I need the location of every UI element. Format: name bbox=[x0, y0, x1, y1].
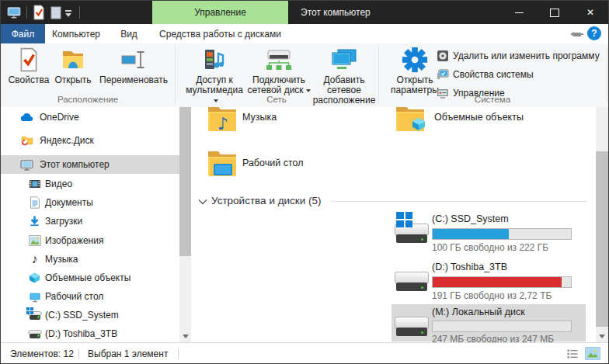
map-network-drive-button[interactable]: Подключить сетевой диск bbox=[246, 46, 311, 95]
help-button[interactable]: ? bbox=[587, 26, 601, 40]
sidebar-item-label: Документы bbox=[45, 197, 93, 208]
sidebar-item-label: OneDrive bbox=[40, 112, 79, 123]
drive-tile-c[interactable]: (C:) SSD_System 100 ГБ свободно из 222 Г… bbox=[392, 210, 586, 249]
documents-icon bbox=[28, 196, 41, 210]
large-icons-view-button[interactable] bbox=[585, 347, 600, 360]
main-scrollbar-down-arrow[interactable] bbox=[596, 330, 608, 342]
rename-icon bbox=[120, 46, 147, 74]
tab-view-label: Вид bbox=[120, 29, 137, 40]
details-view-button[interactable] bbox=[566, 348, 579, 360]
sidebar-item-pictures[interactable]: Изображения bbox=[1, 231, 179, 250]
drive-tile-d[interactable]: (D:) Toshiba_3TB 191 ГБ свободно из 2,72… bbox=[392, 258, 586, 297]
videos-icon bbox=[28, 178, 41, 191]
system-properties-label: Свойства системы bbox=[453, 69, 534, 80]
pictures-icon bbox=[28, 234, 41, 248]
group-label-network: Сеть bbox=[175, 95, 378, 104]
folder-tile-desktop[interactable]: Рабочий стол bbox=[201, 144, 395, 188]
folder-tile-music[interactable]: ♪ Музыка bbox=[201, 107, 395, 143]
3d-objects-icon bbox=[28, 272, 41, 285]
close-icon: ✕ bbox=[586, 7, 594, 18]
ribbon-tab-row: Файл Компьютер Вид Средства работы с дис… bbox=[1, 24, 608, 43]
folder-tile-label: Музыка bbox=[242, 112, 277, 123]
sidebar-item-yandex-disk[interactable]: Яндекс.Диск bbox=[1, 131, 179, 150]
sidebar-item-drive-d[interactable]: (D:) Toshiba_3TB bbox=[1, 324, 179, 343]
tab-view[interactable]: Вид bbox=[107, 24, 151, 43]
group-label-system: Система bbox=[378, 95, 607, 104]
section-chevron-icon[interactable] bbox=[198, 199, 207, 205]
qat-customize-chevron-icon[interactable] bbox=[65, 10, 71, 17]
properties-icon bbox=[19, 46, 39, 74]
drive-free-space: 100 ГБ свободно из 222 ГБ bbox=[432, 242, 548, 253]
3d-objects-folder-icon bbox=[395, 107, 427, 136]
sidebar-item-videos[interactable]: Видео bbox=[1, 175, 179, 193]
sidebar-item-downloads[interactable]: Загрузки bbox=[1, 212, 179, 231]
tab-drive-tools[interactable]: Средства работы с дисками bbox=[152, 24, 288, 43]
tab-computer[interactable]: Компьютер bbox=[45, 24, 107, 43]
minimize-button[interactable] bbox=[501, 1, 537, 24]
folder-tile-label: Рабочий стол bbox=[242, 158, 303, 168]
qat-separator bbox=[79, 6, 80, 19]
sidebar-scrollbar-thumb[interactable] bbox=[179, 107, 191, 256]
open-button[interactable]: Открыть bbox=[52, 46, 94, 85]
svg-text:♪: ♪ bbox=[218, 114, 228, 133]
window-title: Этот компьютер bbox=[301, 7, 371, 18]
properties-button[interactable]: Свойства bbox=[7, 46, 50, 85]
drive-name: (D:) Toshiba_3TB bbox=[432, 262, 507, 272]
sidebar-item-music[interactable]: ♪ Музыка bbox=[1, 250, 179, 269]
properties-label: Свойства bbox=[9, 75, 50, 85]
map-network-drive-icon bbox=[265, 46, 293, 74]
drive-usage-fill bbox=[433, 277, 562, 287]
contextual-tab-manage[interactable]: Управление bbox=[152, 1, 288, 24]
sidebar-item-label: Яндекс.Диск bbox=[40, 135, 94, 146]
system-properties-icon bbox=[436, 68, 449, 81]
status-separator bbox=[78, 348, 79, 359]
drive-tile-m[interactable]: (M:) Локальный диск 247 МБ свободно из 2… bbox=[392, 304, 586, 341]
sidebar-scrollbar-down-arrow[interactable] bbox=[179, 331, 191, 342]
ribbon-separator bbox=[607, 46, 607, 103]
sidebar-item-3d-objects[interactable]: Объемные объекты bbox=[1, 269, 179, 287]
sidebar-item-onedrive[interactable]: OneDrive bbox=[1, 108, 179, 127]
drive-name: (C:) SSD_System bbox=[432, 213, 509, 224]
maximize-button[interactable] bbox=[537, 1, 572, 24]
tab-file[interactable]: Файл bbox=[1, 24, 45, 43]
uninstall-program-icon bbox=[436, 49, 449, 62]
ribbon-pin-icon[interactable] bbox=[570, 32, 583, 36]
yandex-disk-icon bbox=[20, 134, 33, 147]
open-folder-icon bbox=[61, 46, 85, 74]
this-pc-window-icon bbox=[6, 5, 22, 19]
sidebar-item-desktop[interactable]: Рабочий стол bbox=[1, 287, 179, 306]
sidebar-item-documents[interactable]: Документы bbox=[1, 193, 179, 212]
dropdown-arrow-icon bbox=[306, 89, 311, 92]
drive-d-icon bbox=[28, 328, 41, 341]
ribbon: Свойства Открыть Переименовать Расположе… bbox=[1, 43, 608, 108]
system-properties-button[interactable]: Свойства системы bbox=[436, 68, 534, 81]
close-button[interactable]: ✕ bbox=[572, 1, 608, 24]
music-folder-icon: ♪ bbox=[207, 107, 238, 134]
drive-d-hdd-icon bbox=[395, 272, 429, 291]
contextual-tab-label: Управление bbox=[194, 7, 246, 18]
music-note-icon: ♪ bbox=[28, 253, 41, 266]
rename-button[interactable]: Переименовать bbox=[96, 46, 172, 85]
main-scrollbar-thumb[interactable] bbox=[596, 151, 608, 327]
sidebar-item-label: Этот компьютер bbox=[40, 159, 110, 170]
file-list-pane: ♪ Музыка Объемные объекты Рабочий стол У… bbox=[191, 107, 596, 342]
status-selection-count: Выбран 1 элемент bbox=[88, 348, 168, 359]
qat-properties-icon[interactable] bbox=[33, 5, 45, 20]
add-network-location-icon bbox=[331, 46, 357, 74]
sidebar-item-this-pc[interactable]: Этот компьютер bbox=[1, 155, 179, 174]
maximize-icon bbox=[550, 9, 559, 17]
folder-tile-label: Объемные объекты bbox=[434, 112, 524, 123]
sidebar-item-label: (C:) SSD_System bbox=[45, 310, 119, 321]
downloads-icon bbox=[28, 215, 41, 228]
sidebar-item-drive-c[interactable]: (C:) SSD_System bbox=[1, 306, 179, 324]
folder-tile-3d-objects[interactable]: Объемные объекты bbox=[389, 107, 583, 143]
help-icon: ? bbox=[591, 28, 597, 39]
drive-c-icon bbox=[28, 309, 41, 322]
uninstall-program-button[interactable]: Удалить или изменить программу bbox=[436, 49, 600, 62]
group-label-location: Расположение bbox=[1, 95, 175, 104]
desktop-folder-icon bbox=[207, 147, 238, 181]
drive-usage-bar bbox=[432, 276, 572, 288]
onedrive-cloud-icon bbox=[20, 111, 33, 124]
rename-label: Переименовать bbox=[99, 75, 168, 85]
qat-new-folder-icon[interactable] bbox=[50, 5, 62, 20]
